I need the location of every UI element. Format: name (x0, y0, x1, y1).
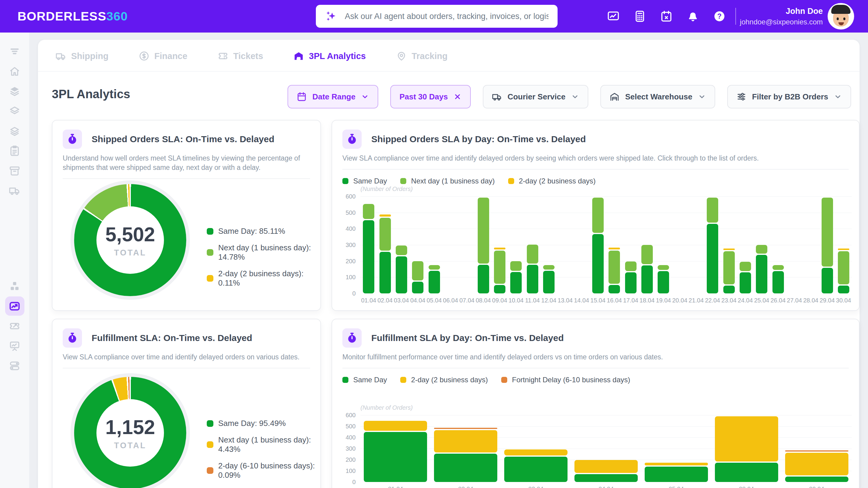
bar-segment-same-day[interactable] (396, 256, 407, 293)
bar-segment-same-day[interactable] (510, 272, 522, 293)
bar-segment-2-day-2-business-days[interactable] (838, 249, 849, 250)
bar-segment-2-day-2-business-days[interactable] (645, 463, 708, 465)
tab-tickets[interactable]: Tickets (218, 51, 263, 61)
sidebar-item-ticket-tool[interactable] (5, 316, 24, 335)
bar-segment-same-day[interactable] (504, 457, 567, 482)
bar-segment-next-day-1-business-day[interactable] (625, 261, 637, 271)
bar-segment-same-day[interactable] (756, 255, 767, 293)
bar-segment-same-day[interactable] (543, 271, 555, 293)
calculator-icon[interactable] (633, 10, 646, 23)
avatar[interactable] (828, 3, 854, 30)
bar-segment-same-day[interactable] (625, 272, 637, 293)
bar-segment-next-day-1-business-day[interactable] (756, 245, 767, 254)
bar-segment-same-day[interactable] (641, 265, 653, 293)
bar-segment-same-day[interactable] (478, 265, 489, 293)
sidebar-item-toggles[interactable] (5, 356, 24, 375)
fulfillment-sla-donut[interactable]: 1,152 TOTAL (70, 373, 190, 488)
bar-segment-next-day-1-business-day[interactable] (658, 265, 669, 270)
bar-segment-next-day-1-business-day[interactable] (609, 251, 620, 284)
bar-segment-next-day-1-business-day[interactable] (510, 261, 522, 271)
monitor-chart-icon[interactable] (607, 10, 620, 23)
bar-segment-same-day[interactable] (609, 285, 620, 293)
brand-logo[interactable]: BORDERLESS360 (18, 0, 128, 33)
fulfillment-sla-bar-chart[interactable]: (Number of Orders)010020030040050060001.… (341, 404, 852, 488)
ai-search-input[interactable] (345, 12, 549, 21)
help-circle-icon[interactable]: ? (713, 10, 726, 23)
bar-segment-next-day-1-business-day[interactable] (494, 251, 505, 284)
bar-segment-same-day[interactable] (838, 286, 849, 293)
bar-segment-2-day-2-business-days[interactable] (575, 460, 638, 473)
bar-segment-same-day[interactable] (575, 474, 638, 482)
bar-segment-next-day-1-business-day[interactable] (641, 245, 653, 264)
sidebar-item-layers-stack[interactable] (5, 121, 24, 140)
ai-search-bar[interactable] (316, 5, 558, 28)
bar-segment-2-day-2-business-days[interactable] (434, 430, 497, 452)
shipped-sla-donut[interactable]: 5,502 TOTAL (70, 181, 190, 300)
bar-segment-2-day-2-business-days[interactable] (494, 248, 505, 250)
chevron-down-icon[interactable] (834, 93, 842, 101)
calendar-x-icon[interactable] (660, 10, 673, 23)
bar-segment-next-day-1-business-day[interactable] (723, 251, 735, 284)
bar-segment-same-day[interactable] (772, 271, 784, 293)
sidebar-item-analytics-chart[interactable] (5, 296, 24, 316)
bar-segment-next-day-1-business-day[interactable] (412, 261, 424, 281)
x-icon-icon[interactable] (453, 93, 462, 101)
tab-tracking[interactable]: Tracking (396, 51, 447, 61)
bar-segment-same-day[interactable] (822, 268, 833, 293)
bar-segment-next-day-1-business-day[interactable] (363, 204, 374, 219)
bar-segment-next-day-1-business-day[interactable] (543, 265, 555, 270)
bar-segment-next-day-1-business-day[interactable] (772, 265, 784, 270)
bar-segment-next-day-1-business-day[interactable] (822, 198, 833, 267)
bar-segment-2-day-2-business-days[interactable] (364, 421, 427, 431)
bar-segment-next-day-1-business-day[interactable] (396, 246, 407, 255)
bar-segment-same-day[interactable] (434, 454, 497, 482)
bar-segment-2-day-2-business-days[interactable] (715, 416, 778, 461)
bar-segment-next-day-1-business-day[interactable] (379, 218, 391, 251)
bar-segment-next-day-1-business-day[interactable] (429, 265, 440, 270)
chevron-down-icon[interactable] (571, 93, 579, 101)
bar-segment-2-day-2-business-days[interactable] (379, 215, 391, 217)
bar-segment-same-day[interactable] (723, 286, 735, 293)
bar-segment-same-day[interactable] (715, 463, 778, 482)
filter-date-range[interactable]: Date Range (287, 85, 378, 108)
bar-segment-next-day-1-business-day[interactable] (838, 251, 849, 284)
bar-segment-same-day[interactable] (592, 234, 604, 293)
tab-3pl-analytics[interactable]: 3PL Analytics (293, 51, 366, 61)
bar-segment-fortnight-delay-6-10-business-days[interactable] (434, 428, 497, 429)
bar-segment-next-day-1-business-day[interactable] (592, 198, 604, 233)
chevron-down-icon[interactable] (698, 93, 706, 101)
bar-segment-same-day[interactable] (527, 265, 538, 293)
bar-segment-same-day[interactable] (429, 271, 440, 293)
sidebar-item-layers-outline[interactable] (5, 101, 24, 121)
bar-segment-same-day[interactable] (363, 220, 374, 293)
bar-segment-next-day-1-business-day[interactable] (740, 262, 751, 271)
bar-segment-same-day[interactable] (412, 282, 424, 293)
sidebar-item-clipboard-list[interactable] (5, 141, 24, 160)
bar-segment-2-day-2-business-days[interactable] (723, 249, 735, 250)
bell-icon[interactable] (687, 10, 699, 23)
filter-past-30-days[interactable]: Past 30 Days (390, 85, 470, 108)
bar-segment-next-day-1-business-day[interactable] (527, 245, 538, 264)
bar-segment-next-day-1-business-day[interactable] (707, 198, 718, 223)
filter-filter-by-b2b-orders[interactable]: Filter by B2B Orders (727, 85, 851, 108)
sidebar-item-home[interactable] (5, 61, 24, 81)
bar-segment-next-day-1-business-day[interactable] (478, 198, 489, 264)
bar-segment-same-day[interactable] (494, 285, 505, 293)
tab-shipping[interactable]: Shipping (56, 51, 108, 61)
sidebar-item-layers-filled[interactable] (5, 82, 24, 101)
bar-segment-2-day-2-business-days[interactable] (609, 248, 620, 250)
sidebar-item-boxes[interactable] (5, 276, 24, 296)
bar-segment-2-day-2-business-days[interactable] (785, 453, 848, 475)
bar-segment-same-day[interactable] (364, 432, 427, 482)
sidebar-item-truck[interactable] (5, 181, 24, 200)
bar-segment-same-day[interactable] (379, 252, 391, 293)
filter-select-warehouse[interactable]: Select Warehouse (600, 85, 715, 108)
shipped-sla-bar-chart[interactable]: (Number of Orders)010020030040050060001.… (341, 186, 852, 306)
tab-finance[interactable]: Finance (138, 51, 187, 61)
bar-segment-same-day[interactable] (707, 224, 718, 293)
bar-segment-2-day-2-business-days[interactable] (504, 450, 567, 455)
sidebar-item-archive-box[interactable] (5, 161, 24, 180)
filter-courier-service[interactable]: Courier Service (483, 85, 588, 108)
sidebar-item-presentation-chart[interactable] (5, 336, 24, 355)
bar-segment-same-day[interactable] (645, 466, 708, 482)
